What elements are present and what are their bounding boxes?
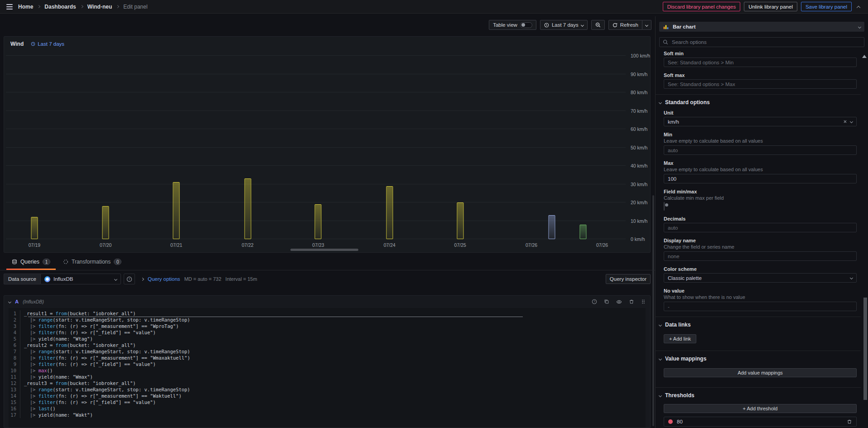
code-line[interactable]: 14 |> filter(fn: (r) => r["_measurement"… bbox=[9, 393, 646, 399]
breadcrumb-home[interactable]: Home bbox=[18, 4, 33, 10]
chevron-down-icon[interactable] bbox=[850, 120, 853, 123]
add-value-mappings-button[interactable]: Add value mappings bbox=[664, 368, 857, 377]
code-line[interactable]: 10 |> max() bbox=[9, 367, 646, 374]
bar-Wtag[interactable] bbox=[315, 204, 322, 239]
y-axis-tick-label: 70 km/h bbox=[631, 108, 647, 114]
soft-min-label: Soft min bbox=[664, 51, 857, 56]
sidebar-scrollbar-thumb[interactable] bbox=[863, 298, 867, 400]
standard-options-header[interactable]: Standard options bbox=[659, 99, 857, 106]
time-range-picker[interactable]: Last 7 days bbox=[540, 20, 588, 30]
code-line[interactable]: 9 |> filter(fn: (r) => r["_field"] == "v… bbox=[9, 361, 646, 367]
code-line[interactable]: 2 |> range(start: v.timeRangeStart, stop… bbox=[9, 317, 646, 323]
wind-panel: Wind Last 7 days 0 km/h10 km/h20 km/h30 … bbox=[4, 36, 651, 253]
datasource-help-button[interactable]: ? bbox=[124, 274, 135, 284]
duplicate-query-button[interactable] bbox=[604, 299, 609, 304]
color-scheme-select[interactable]: Classic palette bbox=[664, 273, 857, 283]
bar-Wmax[interactable] bbox=[549, 215, 555, 239]
query-tabs: Queries 1 Transformations 0 bbox=[0, 254, 655, 270]
clear-unit-icon[interactable] bbox=[843, 120, 847, 124]
grafana-edit-panel: Home Dashboards Wind-neu Edit panel Disc… bbox=[0, 0, 868, 428]
unit-input[interactable] bbox=[668, 119, 840, 125]
tab-transformations[interactable]: Transformations 0 bbox=[57, 254, 128, 270]
tab-queries[interactable]: Queries 1 bbox=[5, 254, 57, 270]
soft-max-input[interactable] bbox=[668, 82, 853, 87]
x-axis-tick-label: 07/21 bbox=[170, 242, 182, 248]
code-line[interactable]: 5 |> yield(name: "Wtag") bbox=[9, 336, 646, 342]
threshold-value[interactable]: 80 bbox=[677, 419, 843, 424]
display-name-input[interactable] bbox=[668, 254, 853, 259]
breadcrumb-dashboards[interactable]: Dashboards bbox=[44, 4, 76, 10]
chevron-up-icon[interactable] bbox=[855, 3, 862, 11]
soft-min-input[interactable] bbox=[668, 60, 853, 65]
code-line[interactable]: 11 |> yield(name: "Wmax") bbox=[9, 374, 646, 380]
value-mappings-header[interactable]: Value mappings bbox=[659, 356, 857, 362]
no-value-input[interactable] bbox=[668, 304, 853, 309]
flux-query-editor[interactable]: 1_result1 = from(bucket: "iobroker_all")… bbox=[9, 308, 646, 428]
chevron-right-icon[interactable] bbox=[141, 277, 144, 280]
delete-threshold-button[interactable] bbox=[847, 419, 852, 424]
hide-query-button[interactable] bbox=[616, 299, 622, 305]
query-inspector-button[interactable]: Query inspector bbox=[606, 274, 651, 284]
collapse-query-icon[interactable] bbox=[8, 300, 11, 303]
add-threshold-button[interactable]: + Add threshold bbox=[664, 404, 857, 413]
code-line[interactable]: 8 |> filter(fn: (r) => r["_measurement"]… bbox=[9, 355, 646, 361]
left-pane-scrollbar-thumb[interactable] bbox=[652, 195, 654, 426]
refresh-button[interactable]: Refresh bbox=[608, 20, 642, 30]
bar-chart[interactable]: 0 km/h10 km/h20 km/h30 km/h40 km/h50 km/… bbox=[6, 56, 626, 239]
table-view-switch[interactable] bbox=[520, 22, 532, 28]
code-line[interactable]: 1_result1 = from(bucket: "iobroker_all") bbox=[9, 310, 646, 317]
gridline bbox=[6, 55, 626, 56]
delete-query-button[interactable] bbox=[629, 299, 634, 304]
interval-meta: Interval = 15m bbox=[226, 276, 257, 282]
thresholds-header[interactable]: Thresholds bbox=[659, 392, 857, 399]
query-help-button[interactable]: ? bbox=[592, 299, 597, 304]
bar-Wtag[interactable] bbox=[31, 217, 38, 239]
refresh-interval-dropdown[interactable] bbox=[642, 20, 651, 30]
code-line[interactable]: 15 |> filter(fn: (r) => r["_field"] == "… bbox=[9, 399, 646, 405]
save-library-panel-button[interactable]: Save library panel bbox=[801, 2, 852, 11]
bar-Wtag[interactable] bbox=[102, 206, 109, 239]
panel-time-tag[interactable]: Last 7 days bbox=[31, 41, 64, 47]
horizontal-scrollbar-thumb[interactable] bbox=[290, 249, 358, 251]
datasource-select[interactable]: InfluxDB bbox=[40, 274, 121, 284]
breadcrumb: Home Dashboards Wind-neu Edit panel bbox=[18, 4, 148, 10]
options-search[interactable] bbox=[659, 37, 864, 47]
scrollbar-up-arrow[interactable] bbox=[862, 55, 867, 58]
gridline bbox=[6, 184, 626, 184]
data-links-header[interactable]: Data links bbox=[659, 322, 857, 328]
standard-options-section: Standard options Unit Min Leave empty to… bbox=[656, 94, 861, 311]
decimals-input[interactable] bbox=[668, 225, 853, 231]
datasource-label: Data source bbox=[4, 274, 40, 284]
hamburger-menu-icon[interactable] bbox=[6, 4, 13, 10]
max-input[interactable] bbox=[668, 176, 853, 182]
field-minmax-toggle[interactable] bbox=[664, 202, 665, 211]
code-line[interactable]: 16 |> last() bbox=[9, 405, 646, 412]
code-line[interactable]: 13 |> range(start: v.timeRangeStart, sto… bbox=[9, 386, 646, 393]
code-line[interactable]: 6_result2 = from(bucket: "iobroker_all") bbox=[9, 342, 646, 348]
table-view-toggle[interactable]: Table view bbox=[489, 20, 536, 30]
threshold-color-dot[interactable] bbox=[668, 419, 673, 424]
query-ref-id[interactable]: A bbox=[15, 299, 19, 304]
panel-title: Wind bbox=[10, 41, 24, 47]
add-link-button[interactable]: + Add link bbox=[664, 334, 696, 343]
unlink-library-panel-button[interactable]: Unlink library panel bbox=[744, 2, 797, 11]
zoom-out-button[interactable] bbox=[591, 20, 605, 30]
y-axis-tick-label: 80 km/h bbox=[631, 90, 647, 95]
code-line[interactable]: 4 |> filter(fn: (r) => r["_field"] == "v… bbox=[9, 329, 646, 336]
bar-Wtag[interactable] bbox=[173, 182, 180, 239]
code-line[interactable]: 12_result3 = from(bucket: "iobroker_all"… bbox=[9, 380, 646, 386]
code-line[interactable]: 3 |> filter(fn: (r) => r["_measurement"]… bbox=[9, 323, 646, 329]
bar-Wtag[interactable] bbox=[386, 186, 393, 239]
code-line[interactable]: 7 |> range(start: v.timeRangeStart, stop… bbox=[9, 348, 646, 355]
bar-Wtag[interactable] bbox=[244, 178, 251, 239]
visualization-picker[interactable]: Bar chart bbox=[659, 22, 864, 32]
drag-handle-icon[interactable] bbox=[641, 299, 646, 304]
discard-library-panel-button[interactable]: Discard library panel changes bbox=[663, 2, 741, 11]
bar-Wakt[interactable] bbox=[579, 225, 586, 239]
code-line[interactable]: 17 |> yield(name: "Wakt") bbox=[9, 412, 646, 418]
options-search-input[interactable] bbox=[671, 39, 861, 45]
min-input[interactable] bbox=[668, 148, 853, 153]
bar-Wtag[interactable] bbox=[457, 202, 463, 239]
query-options-link[interactable]: Query options bbox=[148, 276, 180, 282]
breadcrumb-dashboard-name[interactable]: Wind-neu bbox=[87, 4, 112, 10]
